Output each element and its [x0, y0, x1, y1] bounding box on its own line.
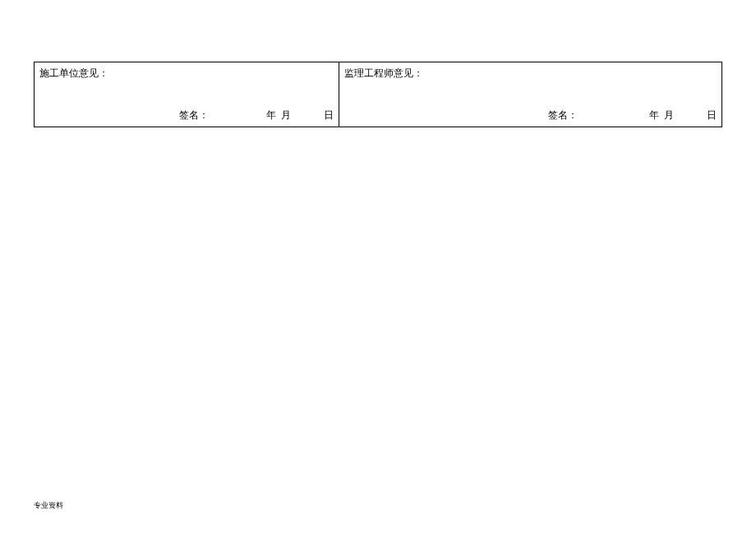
- construction-opinion-title: 施工单位意见：: [39, 67, 334, 81]
- footer-text: 专业资料: [34, 500, 63, 511]
- supervisor-opinion-cell: 监理工程师意见： 签名： 年 月 日: [339, 62, 722, 127]
- signature-label: 签名：: [179, 108, 209, 122]
- date-year-month: 年 月: [266, 108, 291, 122]
- signature-label: 签名：: [548, 108, 578, 122]
- supervisor-opinion-title: 监理工程师意见：: [344, 67, 717, 81]
- supervisor-signature-line: 签名： 年 月 日: [339, 108, 721, 122]
- construction-opinion-cell: 施工单位意见： 签名： 年 月 日: [34, 62, 339, 127]
- construction-signature-line: 签名： 年 月 日: [35, 108, 339, 122]
- date-day: 日: [324, 108, 334, 122]
- date-year-month: 年 月: [649, 108, 674, 122]
- opinion-table: 施工单位意见： 签名： 年 月 日 监理工程师意见： 签名： 年 月 日: [34, 62, 722, 127]
- date-day: 日: [707, 108, 717, 122]
